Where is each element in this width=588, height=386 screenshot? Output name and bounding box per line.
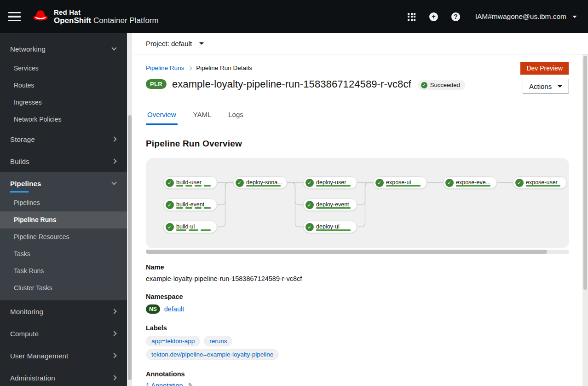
- sidebar-section-label: Monitoring: [10, 308, 43, 316]
- sidebar-item-monitoring[interactable]: Monitoring: [0, 300, 127, 322]
- sidebar-item-routes[interactable]: Routes: [0, 77, 127, 94]
- success-check-icon: ✓: [306, 223, 314, 231]
- success-check-icon: ✓: [375, 179, 384, 187]
- success-check-icon: ✓: [166, 223, 174, 231]
- chevron-right-icon: [111, 353, 116, 358]
- sidebar-section-networking: NetworkingServicesRoutesIngressesNetwork…: [0, 38, 127, 128]
- pipeline-task-steps: [386, 185, 421, 187]
- user-name: IAM#mwagone@us.ibm.com: [475, 12, 566, 21]
- sidebar-item-task-runs[interactable]: Task Runs: [0, 263, 127, 280]
- success-check-icon: ✓: [306, 201, 314, 209]
- pipeline-graph-scrollbar-thumb[interactable]: [146, 250, 547, 254]
- sidebar-section-pipelines: PipelinesPipelinesPipeline RunsPipeline …: [0, 172, 127, 300]
- tab-yaml[interactable]: YAML: [192, 104, 213, 125]
- help-icon[interactable]: ?: [445, 12, 467, 21]
- sidebar-section-user-management: User Management: [0, 345, 127, 367]
- sidebar-scrollbar: [127, 33, 132, 386]
- annotations-link[interactable]: 1 Annotation: [146, 382, 183, 386]
- label-tekton-dev-pipeline-example-loyalty-pipeline[interactable]: tekton.dev/pipeline=example-loyalty-pipe…: [146, 349, 279, 360]
- pipeline-task-deploy-event[interactable]: ✓deploy-event: [303, 199, 357, 211]
- pipeline-graph: ✓build-user✓build-event✓build-ui✓deploy-…: [146, 158, 569, 248]
- breadcrumb-link-pipeline-runs[interactable]: Pipeline Runs: [146, 64, 184, 71]
- pipeline-task-label: build-user: [176, 179, 202, 186]
- status-badge: ✓ Succeeded: [418, 80, 465, 90]
- sidebar-item-pipelines[interactable]: Pipelines: [0, 194, 127, 211]
- section-heading: Pipeline Run Overview: [146, 139, 569, 149]
- resource-kind-badge: PLR: [146, 79, 167, 89]
- sidebar: NetworkingServicesRoutesIngressesNetwork…: [0, 33, 127, 386]
- label-reruns[interactable]: reruns: [204, 336, 232, 346]
- redhat-hat-icon: [31, 7, 50, 26]
- sidebar-item-builds[interactable]: Builds: [0, 150, 127, 172]
- pipeline-task-label: deploy-user: [316, 179, 346, 186]
- page-scrollbar-thumb[interactable]: [583, 56, 587, 290]
- add-icon[interactable]: +: [423, 12, 445, 21]
- pipeline-task-build-event[interactable]: ✓build-event: [163, 199, 217, 211]
- sidebar-item-pipeline-runs[interactable]: Pipeline Runs: [0, 211, 127, 228]
- sidebar-item-user-management[interactable]: User Management: [0, 345, 127, 367]
- pipeline-graph-scrollbar: [146, 250, 569, 254]
- label-app-tekton-app[interactable]: app=tekton-app: [146, 336, 200, 346]
- pipeline-task-build-user[interactable]: ✓build-user: [163, 176, 217, 189]
- sidebar-item-services[interactable]: Services: [0, 60, 127, 77]
- sidebar-item-ingresses[interactable]: Ingresses: [0, 94, 127, 111]
- sidebar-section-label: Builds: [10, 158, 29, 165]
- sidebar-section-label: Administration: [10, 374, 55, 382]
- pipeline-task-steps: [176, 185, 211, 187]
- sidebar-sections: NetworkingServicesRoutesIngressesNetwork…: [0, 38, 127, 386]
- labels-list: app=tekton-apprerunstekton.dev/pipeline=…: [146, 336, 321, 360]
- sidebar-item-networking[interactable]: Networking: [0, 38, 127, 60]
- pipeline-task-expose-ui[interactable]: ✓expose-ui: [373, 176, 427, 189]
- pipeline-task-expose-user[interactable]: ✓expose-user: [513, 176, 567, 189]
- tab-logs[interactable]: Logs: [227, 104, 245, 125]
- pipeline-task-label: build-ui: [176, 223, 195, 230]
- tabbar: OverviewYAMLLogs: [132, 104, 582, 125]
- sidebar-item-compute[interactable]: Compute: [0, 322, 127, 345]
- breadcrumb-current: Pipeline Run Details: [196, 64, 252, 71]
- pipeline-task-build-ui[interactable]: ✓build-ui: [163, 221, 217, 233]
- sidebar-section-administration: Administration: [0, 367, 127, 386]
- brand-logo[interactable]: Red Hat OpenShift Container Platform: [31, 7, 159, 26]
- actions-dropdown[interactable]: Actions: [523, 79, 569, 94]
- success-check-icon: ✓: [421, 82, 427, 88]
- app-launcher-icon[interactable]: [401, 13, 423, 21]
- sidebar-section-storage: Storage: [0, 128, 127, 150]
- sidebar-item-network-policies[interactable]: Network Policies: [0, 111, 127, 128]
- success-check-icon: ✓: [515, 179, 524, 187]
- sidebar-item-pipeline-resources[interactable]: Pipeline Resources: [0, 228, 127, 246]
- project-selector[interactable]: Project: default: [132, 33, 588, 54]
- sidebar-scrollbar-thumb[interactable]: [128, 115, 132, 380]
- sidebar-item-storage[interactable]: Storage: [0, 128, 127, 150]
- chevron-down-icon: [199, 42, 204, 45]
- edit-pencil-icon[interactable]: ✎: [188, 382, 194, 386]
- main-content: Project: default Pipeline Runs Pipeline …: [132, 33, 588, 386]
- pipeline-task-deploy-ui[interactable]: ✓deploy-ui: [303, 221, 357, 233]
- chevron-down-icon: [558, 85, 562, 88]
- sidebar-item-tasks[interactable]: Tasks: [0, 246, 127, 263]
- sidebar-item-cluster-tasks[interactable]: Cluster Tasks: [0, 280, 127, 297]
- chevron-right-icon: [111, 136, 116, 141]
- namespace-link[interactable]: default: [164, 305, 184, 313]
- chevron-right-icon: [111, 158, 116, 164]
- pipeline-task-label: build-event: [176, 201, 204, 208]
- sidebar-section-label: Networking: [10, 45, 46, 53]
- nav-toggle-hamburger-icon[interactable]: [8, 12, 22, 22]
- sidebar-item-administration[interactable]: Administration: [0, 367, 127, 386]
- detail-label-annotations: Annotations: [146, 370, 569, 378]
- pipeline-task-expose-eve[interactable]: ✓expose-eve...: [443, 176, 497, 189]
- success-check-icon: ✓: [306, 179, 314, 187]
- pipeline-task-steps: [316, 207, 351, 209]
- sidebar-section-monitoring: Monitoring: [0, 300, 127, 322]
- pipeline-task-deploy-sona[interactable]: ✓deploy-sona...: [233, 176, 287, 189]
- tab-overview[interactable]: Overview: [146, 104, 178, 125]
- success-check-icon: ✓: [166, 179, 174, 187]
- detail-label-name: Name: [146, 263, 569, 271]
- pipeline-task-steps: [526, 185, 560, 187]
- dev-preview-button[interactable]: Dev Preview: [520, 62, 569, 75]
- sidebar-item-pipelines[interactable]: Pipelines: [0, 172, 127, 194]
- pipeline-task-deploy-user[interactable]: ✓deploy-user: [303, 176, 357, 189]
- detail-label-labels: Labels: [146, 324, 569, 332]
- chevron-down-icon: [111, 180, 116, 185]
- active-section-indicator: [10, 191, 29, 193]
- user-menu[interactable]: IAM#mwagone@us.ibm.com: [475, 12, 577, 21]
